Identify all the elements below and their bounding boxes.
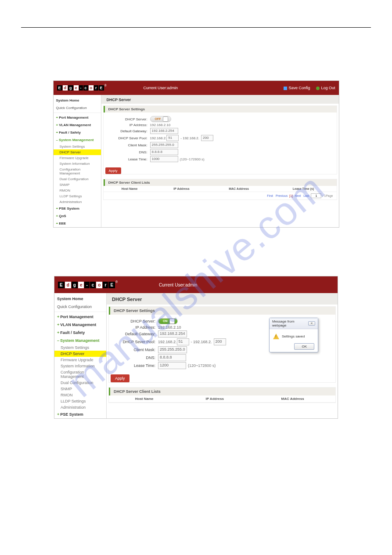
apply-button[interactable]: Apply [105, 167, 121, 174]
nav-system-settings[interactable]: System Settings [54, 144, 101, 149]
input-dns[interactable]: 8.8.8.8 [158, 354, 186, 361]
dhcp-toggle[interactable]: OFF [150, 116, 171, 122]
nav-lldp-settings[interactable]: LLDP Settings [54, 193, 101, 199]
label-client-mask: Client Mask: [113, 348, 158, 352]
value-ip-address: 192.168.2.10 [150, 123, 171, 127]
client-lists-section: DHCP Server Client Lists Host Name IP Ad… [103, 179, 337, 200]
nav-system-home[interactable]: System Home [54, 295, 106, 303]
nav-pse-system[interactable]: +PSE System [54, 410, 106, 418]
app-header: Edge-corE ® Current User:admin [54, 276, 338, 293]
nav-dual-config[interactable]: Dual Configuration [54, 380, 106, 386]
message-dialog: Message from webpage ✕ Settings saved OK [269, 318, 318, 352]
nav-config-management[interactable]: Configuration Management [54, 167, 101, 176]
nav-snmp[interactable]: SNMP [54, 182, 101, 188]
dhcp-toggle[interactable]: ON [158, 318, 178, 324]
app-header: Edge-corE ® Current User:admin Save Conf… [54, 81, 339, 95]
pager-last[interactable]: Last [303, 194, 309, 197]
input-pool-start[interactable]: 51 [177, 338, 189, 345]
dhcp-settings-section: DHCP Server Settings DHCP Server: OFF IP… [103, 105, 337, 174]
label-lease-time: Lease Time: [108, 157, 150, 161]
nav-snmp[interactable]: SNMP [54, 386, 106, 392]
label-pool: DHCP Sever Pool: [108, 136, 150, 140]
col-lease-time: Lease Time (s) [270, 186, 337, 192]
brand-logo: Edge-corE ® [57, 85, 104, 91]
col-host-name: Host Name [104, 186, 156, 192]
nav-dhcp-server[interactable]: DHCP Server [54, 351, 106, 357]
label-client-mask: Client Mask: [108, 143, 150, 147]
screenshot-dhcp-off: Edge-corE ® Current User:admin Save Conf… [53, 80, 339, 228]
nav-quick-config[interactable]: Quick Configuration [54, 303, 106, 311]
sidebar: System Home Quick Configuration +Port Ma… [54, 293, 107, 418]
nav-administration[interactable]: Administration [54, 199, 101, 205]
current-user-label: Current User:admin [159, 283, 197, 287]
nav-fault-safety[interactable]: +Fault / Safety [54, 329, 106, 337]
nav-system-management[interactable]: –System Management [54, 136, 101, 144]
pager-first[interactable]: First [267, 194, 273, 197]
nav-vlan-management[interactable]: +VLAN Management [54, 121, 101, 129]
nav-vlan-management[interactable]: +VLAN Management [54, 321, 106, 329]
col-ip-address: IP Address [155, 186, 207, 192]
pager-current: [1] [289, 194, 293, 197]
nav-fault-safety[interactable]: +Fault / Safety [54, 129, 101, 136]
pager-previous[interactable]: Previous [276, 194, 288, 197]
apply-button[interactable]: Apply [111, 374, 129, 382]
sidebar: System Home Quick Configuration +Port Ma… [54, 95, 101, 227]
input-pool-end[interactable]: 200 [201, 135, 213, 141]
nav-port-management[interactable]: +Port Management [54, 313, 106, 321]
power-icon [316, 87, 320, 90]
dialog-close-icon[interactable]: ✕ [308, 321, 315, 326]
pager-page-input[interactable] [311, 193, 321, 198]
label-default-gateway: Default Gateway: [113, 332, 158, 336]
nav-system-information[interactable]: System Information [54, 161, 101, 167]
screenshot-dhcp-on-saved: Edge-corE ® Current User:admin System Ho… [54, 276, 338, 419]
input-default-gateway[interactable]: 192.168.2.254 [158, 330, 187, 337]
value-ip-address: 192.168.2.10 [158, 325, 181, 330]
nav-dual-config[interactable]: Dual Configuration [54, 176, 101, 182]
nav-system-information[interactable]: System Information [54, 363, 106, 369]
main-pane: DHCP Server DHCP Server Settings DHCP Se… [107, 293, 338, 418]
nav-pse-system[interactable]: +PSE System [54, 205, 101, 212]
input-client-mask[interactable]: 255.255.255.0 [158, 346, 187, 353]
dhcp-settings-heading: DHCP Server Settings [104, 106, 337, 112]
nav-qos[interactable]: +QoS [54, 212, 101, 220]
nav-firmware-upgrade[interactable]: Firmware Upgrade [54, 155, 101, 161]
save-config-link[interactable]: Save Config [284, 86, 310, 90]
log-out-link[interactable]: Log Out [316, 86, 335, 90]
dialog-title: Message from webpage [272, 319, 308, 327]
nav-lldp-settings[interactable]: LLDP Settings [54, 398, 106, 404]
label-dhcp-server: DHCP Server: [108, 117, 150, 121]
col-host-name: Host Name [109, 395, 180, 403]
input-pool-start[interactable]: 51 [166, 135, 179, 141]
page-title: DHCP Server [107, 293, 338, 305]
pager-per-page: / 1Page [322, 194, 333, 197]
current-user-label: Current User:admin [144, 86, 178, 90]
input-lease-time[interactable]: 1000 [150, 156, 178, 162]
client-lists-heading: DHCP Server Client Lists [109, 388, 335, 395]
input-lease-time[interactable]: 1200 [158, 362, 186, 369]
client-lists-section: DHCP Server Client Lists Host Name IP Ad… [108, 387, 336, 403]
nav-system-settings[interactable]: System Settings [54, 345, 106, 351]
label-dns: DNS: [108, 150, 150, 154]
input-pool-end[interactable]: 200 [214, 338, 226, 345]
lease-time-hint: (120~172800 s) [180, 157, 205, 161]
nav-eee[interactable]: +EEE [54, 220, 101, 227]
nav-rmon[interactable]: RMON [54, 392, 106, 398]
input-client-mask[interactable]: 255.255.255.0 [150, 142, 178, 148]
nav-system-home[interactable]: System Home [54, 97, 101, 104]
client-lists-heading: DHCP Server Client Lists [104, 179, 337, 186]
input-default-gateway[interactable]: 192.168.2.254 [150, 128, 178, 134]
nav-firmware-upgrade[interactable]: Firmware Upgrade [54, 357, 106, 363]
client-table: Host Name IP Address MAC Address Lease T… [104, 186, 337, 192]
input-dns[interactable]: 8.8.8.8 [150, 149, 178, 155]
nav-quick-config[interactable]: Quick Configuration [54, 104, 101, 112]
nav-config-management[interactable]: Configuration Management [54, 369, 106, 380]
label-dns: DNS: [113, 355, 158, 360]
nav-system-management[interactable]: –System Management [54, 337, 106, 345]
nav-port-management[interactable]: +Port Management [54, 114, 101, 121]
brand-logo: Edge-corE ® [58, 282, 115, 288]
pager-next[interactable]: Next [295, 194, 301, 197]
nav-rmon[interactable]: RMON [54, 188, 101, 193]
nav-dhcp-server[interactable]: DHCP Server [54, 149, 101, 155]
dialog-ok-button[interactable]: OK [294, 343, 314, 350]
nav-administration[interactable]: Administration [54, 404, 106, 410]
